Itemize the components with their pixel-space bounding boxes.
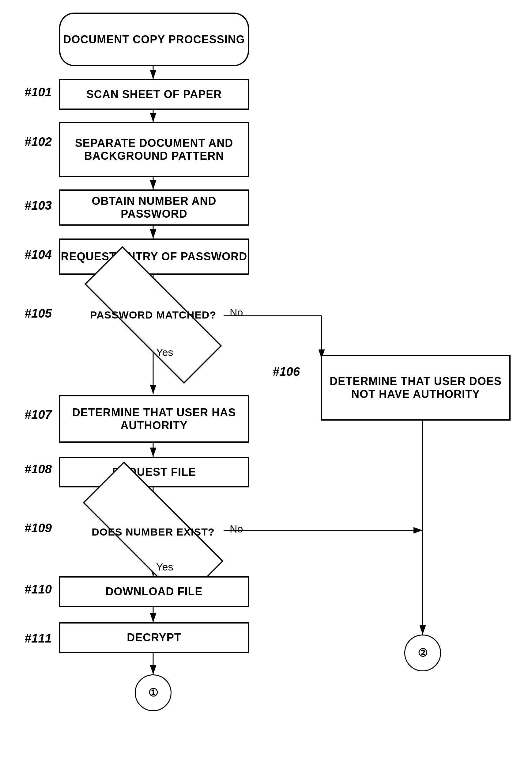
step-107-label: DETERMINE THAT USER HAS AUTHORITY (60, 406, 248, 432)
step-108-num: #108 (25, 462, 52, 476)
label-109-yes: Yes (156, 561, 173, 573)
step-110: DOWNLOAD FILE (59, 576, 249, 607)
step-107-num: #107 (25, 408, 52, 421)
step-108: REQUEST FILE (59, 457, 249, 488)
step-110-label: DOWNLOAD FILE (106, 585, 203, 598)
step-104-num: #104 (25, 248, 52, 262)
step-103-num: #103 (25, 199, 52, 212)
step-106-num: #106 (273, 365, 300, 379)
step-101: SCAN SHEET OF PAPER (59, 79, 249, 110)
step-106-label: DETERMINE THAT USER DOES NOT HAVE AUTHOR… (322, 375, 509, 401)
label-105-yes: Yes (156, 346, 173, 358)
circle-2: ② (404, 634, 441, 671)
step-107: DETERMINE THAT USER HAS AUTHORITY (59, 395, 249, 443)
step-104: REQUEST ENTRY OF PASSWORD (59, 239, 249, 275)
label-109-no: No (230, 523, 243, 535)
step-102: SEPARATE DOCUMENT AND BACKGROUND PATTERN (59, 122, 249, 177)
step-109-label: DOES NUMBER EXIST? (84, 504, 222, 560)
step-104-label: REQUEST ENTRY OF PASSWORD (61, 250, 247, 263)
step-103-label: OBTAIN NUMBER AND PASSWORD (60, 195, 248, 220)
step-109-num: #109 (25, 521, 52, 535)
step-102-label: SEPARATE DOCUMENT AND BACKGROUND PATTERN (60, 137, 248, 163)
label-105-no: No (230, 306, 243, 318)
step-105-num: #105 (25, 306, 52, 320)
step-111: DECRYPT (59, 622, 249, 653)
circle-1: ① (135, 674, 171, 711)
step-101-label: SCAN SHEET OF PAPER (86, 88, 222, 101)
start-node: DOCUMENT COPY PROCESSING (59, 13, 249, 66)
step-105-label: PASSWORD MATCHED? (84, 289, 222, 341)
step-103: OBTAIN NUMBER AND PASSWORD (59, 189, 249, 226)
step-102-num: #102 (25, 135, 52, 149)
flowchart: DOCUMENT COPY PROCESSING #101 SCAN SHEET… (0, 0, 532, 763)
step-106: DETERMINE THAT USER DOES NOT HAVE AUTHOR… (321, 355, 510, 421)
start-label: DOCUMENT COPY PROCESSING (63, 33, 245, 46)
step-111-label: DECRYPT (127, 631, 181, 644)
step-111-num: #111 (25, 631, 52, 645)
step-101-num: #101 (25, 85, 52, 99)
step-110-num: #110 (25, 583, 52, 596)
